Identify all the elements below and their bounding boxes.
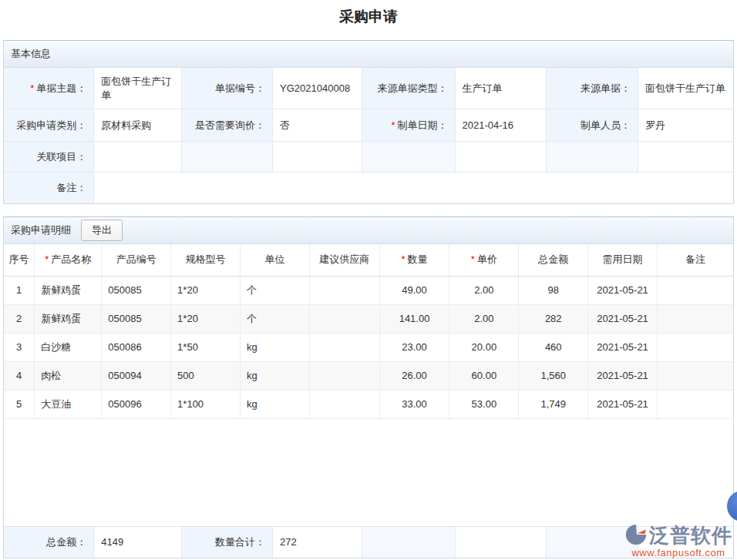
table-row: 4 肉松 050094 500 kg 26.00 60.00 1,560 202… xyxy=(4,361,733,390)
cell-name: 大豆油 xyxy=(35,390,102,418)
detail-table: 序号 *产品名称 产品编号 规格型号 单位 建议供应商 *数量 *单价 总金额 … xyxy=(4,244,733,419)
empty-label-cell xyxy=(362,527,455,558)
cell-remark xyxy=(658,361,733,390)
col-amount: 总金额 xyxy=(519,244,588,276)
cell-price: 60.00 xyxy=(449,361,519,390)
cell-amount: 1,560 xyxy=(519,361,588,390)
label-related-project: 关联项目： xyxy=(4,142,94,173)
empty-value-cell xyxy=(273,142,362,173)
cell-spec: 1*50 xyxy=(171,333,241,361)
value-source-type: 生产订单 xyxy=(456,68,547,109)
cell-supplier xyxy=(309,361,379,390)
label-remark: 备注： xyxy=(4,173,94,203)
col-spec: 规格型号 xyxy=(171,244,241,276)
value-related-project xyxy=(94,142,182,173)
export-button[interactable]: 导出 xyxy=(81,220,123,241)
label-purchase-category: 采购申请类别： xyxy=(4,109,94,142)
detail-title: 采购申请明细 xyxy=(11,223,71,237)
cell-remark xyxy=(658,333,733,361)
cell-supplier xyxy=(309,333,379,361)
cell-spec: 1*100 xyxy=(171,390,241,418)
cell-price: 2.00 xyxy=(449,304,519,333)
cell-seq: 3 xyxy=(4,333,35,361)
table-row: 1 新鲜鸡蛋 050085 1*20 个 49.00 2.00 98 2021-… xyxy=(4,276,733,304)
cell-code: 050086 xyxy=(102,333,171,361)
col-supplier: 建议供应商 xyxy=(309,244,379,276)
cell-qty: 26.00 xyxy=(379,361,449,390)
col-product-code: 产品编号 xyxy=(102,244,171,276)
required-asterisk: * xyxy=(30,82,34,96)
value-purchase-category: 原材料采购 xyxy=(94,109,182,142)
cell-name: 新鲜鸡蛋 xyxy=(35,276,102,304)
table-header-row: 序号 *产品名称 产品编号 规格型号 单位 建议供应商 *数量 *单价 总金额 … xyxy=(4,244,733,276)
basic-info-title: 基本信息 xyxy=(11,47,51,61)
required-asterisk: * xyxy=(45,253,49,265)
cell-spec: 1*20 xyxy=(171,276,241,304)
cell-price: 53.00 xyxy=(449,390,519,418)
cell-amount: 98 xyxy=(519,276,588,304)
cell-unit: 个 xyxy=(240,276,309,304)
empty-value-cell xyxy=(456,527,547,558)
cell-date: 2021-05-21 xyxy=(588,361,658,390)
cell-amount: 282 xyxy=(519,304,588,333)
cell-qty: 33.00 xyxy=(379,390,449,418)
cell-remark xyxy=(658,390,733,418)
col-remark: 备注 xyxy=(658,244,733,276)
basic-info-panel: 基本信息 *单据主题： 面包饼干生产订单 单据编号： YG2021040008 … xyxy=(3,40,734,204)
label-need-inquiry: 是否需要询价： xyxy=(182,109,273,142)
cell-unit: kg xyxy=(240,390,309,418)
label-create-date: *制单日期： xyxy=(362,109,455,142)
cell-unit: kg xyxy=(240,361,309,390)
col-qty: *数量 xyxy=(379,244,449,276)
empty-label-cell xyxy=(547,142,638,173)
detail-header: 采购申请明细 导出 xyxy=(4,217,733,244)
cell-qty: 23.00 xyxy=(379,333,449,361)
value-create-date: 2021-04-16 xyxy=(456,109,547,142)
empty-value-cell xyxy=(638,142,733,173)
label-bill-no: 单据编号： xyxy=(182,68,273,109)
empty-label-cell xyxy=(182,142,273,173)
table-row: 5 大豆油 050096 1*100 kg 33.00 53.00 1,749 … xyxy=(4,390,733,418)
cell-name: 肉松 xyxy=(35,361,102,390)
table-row: 3 白沙糖 050086 1*50 kg 23.00 20.00 460 202… xyxy=(4,333,733,361)
col-price: *单价 xyxy=(449,244,519,276)
required-asterisk: * xyxy=(402,253,406,265)
cell-supplier xyxy=(309,304,379,333)
cell-supplier xyxy=(309,276,379,304)
cell-qty: 141.00 xyxy=(379,304,449,333)
cell-seq: 2 xyxy=(4,304,35,333)
col-unit: 单位 xyxy=(240,244,309,276)
cell-date: 2021-05-21 xyxy=(588,304,658,333)
empty-label-cell xyxy=(362,142,455,173)
value-source-bill: 面包饼干生产订单 xyxy=(638,68,733,109)
cell-seq: 4 xyxy=(4,361,35,390)
col-seq: 序号 xyxy=(4,244,35,276)
cell-name: 白沙糖 xyxy=(35,333,102,361)
cell-code: 050094 xyxy=(102,361,171,390)
cell-unit: 个 xyxy=(240,304,309,333)
cell-date: 2021-05-21 xyxy=(588,390,658,418)
required-asterisk: * xyxy=(391,119,395,132)
watermark-url: www.fanpusoft.com xyxy=(624,547,732,558)
cell-spec: 1*20 xyxy=(171,304,241,333)
cell-spec: 500 xyxy=(171,361,241,390)
total-qty-label: 数量合计： xyxy=(182,527,273,558)
table-row: 2 新鲜鸡蛋 050085 1*20 个 141.00 2.00 282 202… xyxy=(4,304,733,333)
label-bill-subject: *单据主题： xyxy=(4,68,94,109)
cell-amount: 1,749 xyxy=(519,390,588,418)
cell-date: 2021-05-21 xyxy=(588,276,658,304)
cell-price: 20.00 xyxy=(449,333,519,361)
col-product-name: *产品名称 xyxy=(35,244,102,276)
total-amount-label: 总金额： xyxy=(4,527,94,558)
empty-value-cell xyxy=(456,142,547,173)
required-asterisk: * xyxy=(471,253,475,265)
cell-code: 050085 xyxy=(102,276,171,304)
cell-code: 050085 xyxy=(102,304,171,333)
label-creator: 制单人员： xyxy=(547,109,638,142)
value-bill-no: YG2021040008 xyxy=(273,68,362,109)
value-bill-subject: 面包饼干生产订单 xyxy=(94,68,182,109)
fanpu-logo-icon xyxy=(624,523,648,548)
page-title: 采购申请 xyxy=(0,0,737,34)
watermark: 泛普软件 www.fanpusoft.com xyxy=(624,522,732,558)
value-need-inquiry: 否 xyxy=(273,109,362,142)
